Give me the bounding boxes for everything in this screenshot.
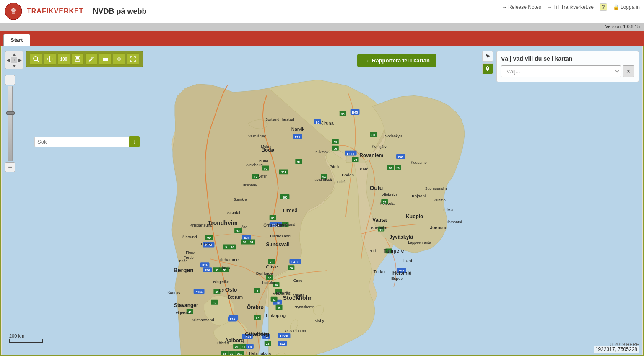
- pan-s[interactable]: ▼: [11, 63, 17, 69]
- pan-e[interactable]: ▶: [17, 57, 23, 63]
- settings-button[interactable]: [113, 53, 125, 65]
- svg-text:11: 11: [242, 346, 245, 348]
- svg-text:90: 90: [271, 217, 275, 220]
- save-button[interactable]: [71, 53, 84, 65]
- release-notes-link[interactable]: → Release Notes: [502, 4, 541, 10]
- svg-text:Västerås: Västerås: [273, 291, 291, 296]
- svg-text:Karmøy: Karmøy: [167, 290, 181, 294]
- map-selector-dropdown[interactable]: Välj...: [501, 65, 621, 77]
- edit-tool-button[interactable]: [85, 53, 98, 65]
- svg-text:74: 74: [236, 230, 240, 233]
- logo-text: TRAFIKVERKET: [27, 8, 84, 15]
- cursor-icon[interactable]: [482, 51, 493, 62]
- svg-text:Linköping: Linköping: [266, 313, 286, 318]
- svg-text:95: 95: [264, 167, 267, 170]
- logga-in-link[interactable]: 🔒 Logga in: [613, 4, 640, 10]
- svg-text:E8: E8: [248, 346, 252, 348]
- svg-marker-239: [52, 58, 53, 60]
- report-error-button[interactable]: → Rapportera fel i kartan: [357, 54, 436, 67]
- svg-line-235: [37, 60, 39, 62]
- svg-text:Vestvågøy: Vestvågøy: [248, 134, 266, 138]
- svg-text:Skellefteå: Skellefteå: [314, 178, 332, 182]
- svg-text:Sodankylä: Sodankylä: [385, 134, 402, 138]
- svg-text:Oulu: Oulu: [369, 185, 383, 191]
- svg-text:Piteå: Piteå: [330, 164, 339, 169]
- scale-bar: 200 km: [9, 333, 43, 343]
- map-pin-icon[interactable]: [482, 63, 493, 74]
- svg-text:62: 62: [268, 276, 271, 279]
- svg-text:E20: E20: [230, 318, 235, 321]
- svg-text:♛: ♛: [10, 7, 17, 15]
- zoom-tool-button[interactable]: [30, 53, 42, 65]
- svg-text:Vaasa: Vaasa: [372, 217, 387, 223]
- svg-text:Florø: Florø: [186, 250, 195, 255]
- map-selector-panel: Välj vad vill du se i kartan Välj... ✕: [496, 51, 639, 82]
- svg-text:Örebro: Örebro: [247, 304, 264, 310]
- svg-text:Stjørdal: Stjørdal: [227, 211, 240, 215]
- zoom-slider[interactable]: [8, 86, 13, 161]
- fullscreen-button[interactable]: [127, 53, 139, 65]
- zoom-controls: + −: [5, 75, 15, 172]
- svg-text:Sortland: Sortland: [265, 117, 279, 121]
- pan-nw: [5, 51, 11, 57]
- svg-text:Eigersund: Eigersund: [176, 311, 192, 315]
- map-selector-row: Välj... ✕: [501, 65, 634, 77]
- svg-text:Herøy: Herøy: [201, 242, 211, 246]
- svg-text:Stavanger: Stavanger: [174, 302, 198, 308]
- svg-text:Lahti: Lahti: [403, 258, 413, 263]
- map-container[interactable]: E45 E6 E10 E19.1 E63 95 363 365 E14 E16 …: [0, 46, 644, 356]
- svg-text:E39: E39: [202, 264, 208, 267]
- pan-tool-button[interactable]: [44, 53, 56, 65]
- svg-text:97: 97: [297, 160, 300, 163]
- svg-marker-238: [47, 58, 48, 60]
- svg-text:Kokkola: Kokkola: [379, 201, 395, 206]
- svg-text:32: 32: [213, 302, 216, 304]
- search-submit-button[interactable]: ↓: [129, 136, 140, 147]
- zoom-out-button[interactable]: −: [5, 162, 15, 172]
- svg-text:17: 17: [254, 175, 257, 178]
- svg-text:Tampere: Tampere: [384, 248, 404, 254]
- tab-bar: Start: [0, 31, 644, 46]
- toolbar: 100: [26, 51, 143, 67]
- svg-text:Umeå: Umeå: [283, 207, 298, 214]
- svg-text:656: 656: [207, 237, 212, 240]
- svg-text:Kemi: Kemi: [360, 167, 369, 171]
- svg-text:Bø: Bø: [219, 288, 224, 292]
- map-selector-clear-button[interactable]: ✕: [623, 65, 634, 77]
- svg-text:2: 2: [298, 295, 300, 299]
- svg-text:Boden: Boden: [342, 173, 354, 177]
- app-title: NVDB på webb: [93, 7, 147, 16]
- tab-start[interactable]: Start: [3, 34, 30, 46]
- help-icon[interactable]: ?: [600, 3, 607, 11]
- svg-text:Luleå: Luleå: [337, 180, 346, 184]
- svg-text:84: 84: [250, 241, 253, 244]
- svg-text:Nynäshamn: Nynäshamn: [294, 305, 314, 309]
- svg-text:Kristiansand: Kristiansand: [191, 317, 214, 322]
- svg-marker-237: [49, 61, 51, 62]
- svg-text:Steinkjer: Steinkjer: [234, 197, 248, 201]
- svg-text:365: 365: [283, 196, 288, 199]
- svg-text:Sundsvall: Sundsvall: [266, 242, 289, 248]
- svg-text:E16: E16: [205, 269, 210, 272]
- measure-tool-button[interactable]: 100: [57, 53, 70, 65]
- pan-center-btn[interactable]: +: [11, 57, 17, 63]
- svg-text:E134: E134: [195, 291, 202, 294]
- svg-text:Oslo: Oslo: [225, 286, 237, 293]
- zoom-in-button[interactable]: +: [5, 75, 15, 85]
- svg-text:Härnösand: Härnösand: [270, 234, 291, 238]
- svg-text:Gimo: Gimo: [293, 279, 302, 283]
- svg-text:Visby: Visby: [315, 319, 324, 323]
- pan-w[interactable]: ◀: [5, 57, 11, 63]
- svg-text:Härnösand: Härnösand: [277, 222, 296, 227]
- svg-text:Rovaniemi: Rovaniemi: [359, 152, 384, 158]
- search-input[interactable]: [37, 139, 136, 145]
- till-trafikverket-link[interactable]: → Till Trafikverket.se: [547, 4, 594, 10]
- svg-text:Borlänge: Borlänge: [256, 271, 273, 276]
- svg-text:Helsinki: Helsinki: [392, 270, 412, 276]
- layers-button[interactable]: [99, 53, 112, 65]
- pan-n[interactable]: ▲: [11, 51, 17, 57]
- svg-text:52: 52: [215, 269, 218, 272]
- zoom-handle[interactable]: [6, 111, 15, 115]
- svg-rect-242: [76, 59, 79, 61]
- svg-text:E22.8: E22.8: [280, 335, 288, 338]
